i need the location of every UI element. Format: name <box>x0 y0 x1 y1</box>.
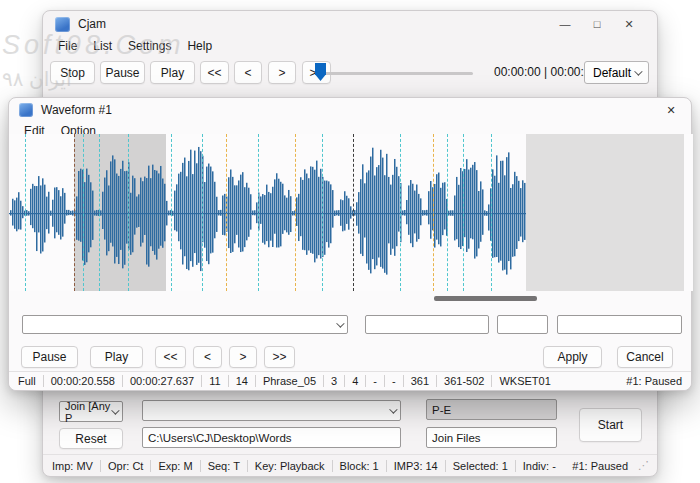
desktop: Soft98.Com ایران ۹۸ Cjam — □ ✕ File List… <box>0 0 700 483</box>
play-button[interactable]: Play <box>90 346 143 368</box>
status-item: 361 <box>411 375 429 387</box>
status-separator <box>255 375 256 387</box>
minimize-icon[interactable]: — <box>549 11 581 37</box>
output-path-field[interactable]: C:\Users\CJ\Desktop\Words <box>142 427 401 448</box>
chevron-down-icon <box>389 405 397 413</box>
status-item: - <box>392 375 396 387</box>
cue-marker-alt-icon[interactable] <box>433 134 434 291</box>
status-item: Indiv: - <box>523 460 556 472</box>
cue-marker-icon[interactable] <box>83 134 84 291</box>
cue-marker-icon[interactable] <box>258 134 259 291</box>
step-forward-button[interactable]: > <box>229 346 257 368</box>
status-item: Phrase_05 <box>263 375 316 387</box>
playback-cursor-icon[interactable] <box>353 134 354 291</box>
cue-marker-icon[interactable] <box>202 134 203 291</box>
playback-state: #1: Paused <box>626 375 682 387</box>
chevron-down-icon <box>111 406 119 414</box>
waveform-canvas[interactable] <box>9 134 693 291</box>
pause-button[interactable]: Pause <box>100 61 145 84</box>
waveform-titlebar[interactable]: Waveform #1 ✕ <box>9 98 691 122</box>
main-toolbar: Stop Pause Play << < > >> 00:00:00 | 00:… <box>43 59 657 89</box>
menu-file[interactable]: File <box>50 39 85 53</box>
fast-forward-button[interactable]: >> <box>264 346 295 368</box>
status-separator <box>100 460 101 472</box>
app-icon <box>19 103 33 117</box>
step-back-button[interactable]: < <box>234 61 262 84</box>
cue-marker-icon[interactable] <box>128 134 129 291</box>
step-back-button[interactable]: < <box>193 346 222 368</box>
status-items: Full00:00:20.55800:00:27.6371114Phrase_0… <box>18 375 551 387</box>
status-items: Imp: MVOpr: CtExp: MSeq: TKey: PlaybackB… <box>52 460 556 472</box>
status-separator <box>201 375 202 387</box>
maximize-icon[interactable]: □ <box>581 11 613 37</box>
join-files-field[interactable]: Join Files <box>426 427 557 448</box>
phrase-combobox[interactable] <box>22 315 348 334</box>
status-separator <box>247 460 248 472</box>
preset-dropdown[interactable]: Default <box>584 61 649 84</box>
pe-field[interactable]: P-E <box>426 399 557 420</box>
edit-field-2[interactable] <box>497 315 548 334</box>
status-item: 11 <box>209 375 220 387</box>
step-forward-button[interactable]: > <box>268 61 296 84</box>
cue-marker-icon[interactable] <box>463 134 464 291</box>
cue-marker-icon[interactable] <box>322 134 323 291</box>
cue-marker-icon[interactable] <box>171 134 172 291</box>
status-separator <box>365 375 366 387</box>
cue-marker-alt-icon[interactable] <box>226 134 227 291</box>
waveform-status-bar: Full00:00:20.55800:00:27.6371114Phrase_0… <box>9 371 691 390</box>
cue-marker-icon[interactable] <box>400 134 401 291</box>
status-separator <box>122 375 123 387</box>
status-item: Imp: MV <box>52 460 93 472</box>
waveform-window-title: Waveform #1 <box>41 103 112 117</box>
status-separator <box>386 460 387 472</box>
cancel-button[interactable]: Cancel <box>617 346 673 368</box>
status-item: Exp: M <box>158 460 192 472</box>
preset-value: Default <box>593 66 631 80</box>
selection-start-marker-icon[interactable] <box>74 134 75 291</box>
close-icon[interactable]: ✕ <box>661 104 681 117</box>
status-item: 00:00:20.558 <box>51 375 115 387</box>
status-item: 3 <box>331 375 337 387</box>
reset-button[interactable]: Reset <box>59 428 123 449</box>
apply-button[interactable]: Apply <box>543 346 602 368</box>
status-item: 361-502 <box>444 375 484 387</box>
resize-grip[interactable]: ⋰ <box>638 459 648 472</box>
join-mode-dropdown[interactable]: Join [Any P <box>59 401 123 422</box>
seek-slider-track[interactable] <box>319 72 473 75</box>
status-separator <box>43 375 44 387</box>
play-button[interactable]: Play <box>150 61 195 84</box>
status-item: Opr: Ct <box>108 460 143 472</box>
join-mode-value: Join [Any P <box>65 400 111 424</box>
status-separator <box>332 460 333 472</box>
cue-marker-icon[interactable] <box>447 134 448 291</box>
status-separator <box>344 375 345 387</box>
status-item: 4 <box>352 375 358 387</box>
cue-marker-icon[interactable] <box>491 134 492 291</box>
menu-settings[interactable]: Settings <box>120 39 179 53</box>
menu-help[interactable]: Help <box>179 39 220 53</box>
menu-list[interactable]: List <box>85 39 120 53</box>
status-item: 14 <box>236 375 248 387</box>
main-status-bar: Imp: MVOpr: CtExp: MSeq: TKey: PlaybackB… <box>43 454 657 476</box>
edit-field-1[interactable] <box>365 315 489 334</box>
pause-button[interactable]: Pause <box>21 346 78 368</box>
status-item: 00:00:27.637 <box>130 375 194 387</box>
start-button[interactable]: Start <box>579 408 642 442</box>
join-target-combobox[interactable] <box>142 400 401 421</box>
window-title: Cjam <box>78 17 106 31</box>
cue-marker-icon[interactable] <box>99 134 100 291</box>
status-item: - <box>373 375 377 387</box>
waveform-display[interactable] <box>9 134 693 291</box>
main-titlebar[interactable]: Cjam — □ ✕ <box>43 11 657 37</box>
waveform-scrollbar[interactable] <box>9 295 693 302</box>
rewind-button[interactable]: << <box>200 61 229 84</box>
rewind-button[interactable]: << <box>155 346 186 368</box>
chevron-down-icon <box>336 319 344 327</box>
stop-button[interactable]: Stop <box>50 61 95 84</box>
close-icon[interactable]: ✕ <box>613 11 645 37</box>
edit-field-3[interactable] <box>557 315 682 334</box>
cue-marker-icon[interactable] <box>25 134 26 291</box>
status-separator <box>491 375 492 387</box>
cue-marker-alt-icon[interactable] <box>295 134 296 291</box>
scrollbar-thumb[interactable] <box>434 296 537 301</box>
